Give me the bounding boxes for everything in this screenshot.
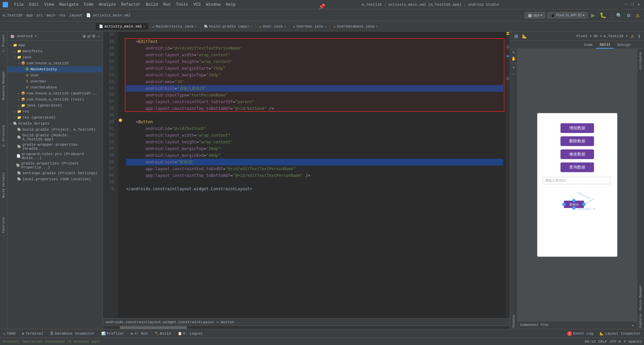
run-config-dropdown[interactable]: 🤖 app ▾: [525, 12, 545, 18]
tree-item-res[interactable]: ▸ 📁 res: [7, 109, 103, 115]
tab-close-main[interactable]: ✕: [195, 24, 197, 28]
build-variants-button[interactable]: Build Variants: [1, 171, 6, 199]
palette-zoom-in-button[interactable]: +: [513, 65, 515, 70]
bottom-tab-database-inspector[interactable]: 🗄 Database Inspector: [47, 330, 98, 337]
expand-component-tree-btn[interactable]: ▴: [632, 323, 634, 327]
tree-item-build-gradle-module[interactable]: 🐘 build.gradle (Module: A_Test135.app): [7, 133, 103, 142]
menu-view[interactable]: View: [42, 2, 56, 8]
tree-item-res-generated[interactable]: ▸ 📁 res (generated): [7, 115, 103, 121]
bottom-tab-run[interactable]: ▶ 4: Run: [128, 330, 151, 337]
tree-item-gradle-scripts[interactable]: ▾ 🐘 Gradle Scripts: [7, 121, 103, 127]
tree-item-userdatabase[interactable]: U UserDatabase: [7, 84, 103, 90]
maximize-button[interactable]: □: [630, 2, 635, 7]
menu-window[interactable]: Window: [204, 2, 222, 8]
close-button[interactable]: ✕: [636, 2, 641, 7]
attributes-label[interactable]: Attributes: [638, 50, 643, 71]
tree-item-com-hnucm-android[interactable]: ▸ 📦 com.hnucm.a_test135 (androidT...: [7, 90, 103, 96]
tab-close-xml[interactable]: ✕: [143, 24, 145, 28]
preview-btn-add[interactable]: 增加数据: [560, 123, 594, 133]
tab-activity-main-xml[interactable]: 📄 activity_main.xml ✕: [96, 23, 149, 30]
tree-item-app[interactable]: ▾ 📁 app: [7, 42, 103, 48]
notifications-button[interactable]: ⚠: [634, 12, 641, 19]
tree-item-settings-gradle[interactable]: 🐘 settings.gradle (Project Settings): [7, 170, 103, 176]
tree-item-user[interactable]: U User: [7, 72, 103, 78]
tree-item-build-gradle-project[interactable]: 🐘 build.gradle (Project: A_Test135): [7, 127, 103, 133]
favorites-button[interactable]: ☆ Favorites: [1, 215, 6, 239]
horizontal-scrollbar[interactable]: [103, 326, 510, 329]
breadcrumb-project[interactable]: A_Test135: [3, 13, 22, 17]
tab-userdao-java[interactable]: ☕ UserDao.java ✕: [290, 23, 330, 30]
breadcrumb-app[interactable]: app: [26, 13, 33, 17]
sidebar-sync-btn[interactable]: ⇄: [87, 34, 91, 39]
code-view-tab[interactable]: Code: [581, 41, 596, 49]
debug-button[interactable]: 🐛: [598, 11, 608, 19]
tree-item-gradle-wrapper[interactable]: 🐘 gradle-wrapper.properties (Gradle...: [7, 142, 103, 151]
tree-item-local-properties[interactable]: 🐘 local.properties (SDK Location): [7, 176, 103, 182]
menu-help[interactable]: Help: [224, 2, 237, 8]
tree-item-com-hnucm-test[interactable]: ▸ 📦 com.hnucm.a_test135 (test): [7, 96, 103, 102]
device-dropdown[interactable]: 📱 Pixel XL API 30 ▾: [547, 12, 588, 18]
structure-button[interactable]: 2: Structure: [1, 124, 6, 148]
explorer-label[interactable]: Explorer: [638, 312, 643, 329]
tree-item-userdao[interactable]: I UserDao: [7, 78, 103, 84]
tree-item-gradle-properties[interactable]: 🐘 gradle.properties (Project Propertie..…: [7, 161, 103, 170]
bottom-tab-terminal[interactable]: ▶ Terminal: [19, 330, 47, 337]
preview-warn-button[interactable]: ⚠: [629, 33, 636, 39]
menu-edit[interactable]: Edit: [27, 2, 41, 8]
menu-vcs[interactable]: VCS: [192, 2, 203, 8]
bottom-tab-todo[interactable]: ☑ TODO: [0, 330, 19, 337]
toggle-view-button[interactable]: ⊞: [513, 33, 520, 40]
tab-userdatabase-java[interactable]: ☕ UserDatabase.java ✕: [330, 23, 381, 30]
breadcrumb-res[interactable]: res: [59, 13, 66, 17]
resource-manager-button[interactable]: Resource Manager: [1, 70, 6, 101]
blueprint-toggle[interactable]: 📐: [521, 33, 529, 39]
palette-select-tool[interactable]: ↖: [512, 50, 516, 55]
sidebar-config-btn[interactable]: ⊕: [83, 34, 86, 39]
menu-navigate[interactable]: Navigate: [57, 2, 80, 8]
menu-build[interactable]: Build: [144, 2, 160, 8]
device-manager-label[interactable]: Device Manager: [638, 284, 643, 312]
menu-file[interactable]: File: [12, 2, 26, 8]
bottom-tab-layout-inspector[interactable]: 📐 Layout Inspector: [596, 330, 644, 337]
menu-code[interactable]: Code: [82, 2, 96, 8]
tab-close-userdao[interactable]: ✕: [324, 24, 326, 28]
tab-close-user[interactable]: ✕: [284, 24, 286, 28]
breadcrumb-main[interactable]: main: [47, 13, 55, 17]
menu-run[interactable]: Run: [161, 2, 173, 8]
palette-zoom-out-button[interactable]: -: [513, 71, 515, 76]
tree-item-mainactivity[interactable]: 🅐 MainActivity: [7, 66, 103, 72]
tab-mainactivity-java[interactable]: ☕ MainActivity.java ✕: [149, 23, 200, 30]
tree-item-java[interactable]: ▾ 📁 java: [7, 54, 103, 60]
project-tool-button[interactable]: 1: Project: [1, 33, 6, 54]
design-view-tab[interactable]: Design: [614, 41, 634, 49]
bottom-tab-logcat[interactable]: 📋 6: Logcat: [174, 330, 206, 337]
bottom-tab-event-log[interactable]: 1 Event Log: [564, 330, 596, 337]
split-view-tab[interactable]: Split: [596, 41, 614, 49]
tree-item-com-hnucm[interactable]: ▾ 📦 com.hnucm.a_test135: [7, 60, 103, 66]
tree-item-proguard[interactable]: 📄 proguard-rules.pro (ProGuard Rules...): [7, 151, 103, 161]
preview-btn-delete[interactable]: 删除数据: [560, 136, 594, 146]
run-button[interactable]: ▶: [590, 11, 596, 19]
preview-btn-query[interactable]: 查询数据: [560, 162, 594, 172]
preview-edittext[interactable]: 请输入查询ID: [543, 177, 610, 184]
menu-tools[interactable]: Tools: [174, 2, 190, 8]
search-everywhere-button[interactable]: 🔍: [615, 12, 623, 19]
preview-btn-modify[interactable]: 修改数据: [560, 149, 594, 159]
tab-close-gradle[interactable]: ✕: [250, 24, 252, 28]
bottom-tab-build[interactable]: 🔨 Build: [151, 330, 174, 337]
bottom-tab-profiler[interactable]: 📊 Profiler: [98, 330, 128, 337]
tree-item-manifests[interactable]: ▸ 📁 manifests: [7, 48, 103, 54]
sidebar-settings-btn[interactable]: ⚙: [92, 34, 96, 39]
palette-panning-tool[interactable]: ✋: [511, 56, 516, 61]
breadcrumb-file[interactable]: 📄 activity_main.xml: [86, 13, 131, 17]
tab-close-userdatabase[interactable]: ✕: [376, 24, 378, 28]
menu-analyze[interactable]: Analyze: [97, 2, 118, 8]
tab-build-gradle-app[interactable]: 🐘 build.gradle (app) ✕: [201, 23, 256, 30]
settings-button[interactable]: ⚙: [625, 12, 632, 19]
minimize-button[interactable]: ─: [623, 2, 628, 7]
breadcrumb-layout[interactable]: layout: [69, 13, 83, 17]
breadcrumb-src[interactable]: src: [36, 13, 43, 17]
preview-info-button[interactable]: ℹ: [637, 33, 641, 39]
tree-item-java-generated[interactable]: ▸ 📁 java (generated): [7, 102, 103, 109]
sidebar-collapse-btn[interactable]: ─: [97, 34, 100, 39]
